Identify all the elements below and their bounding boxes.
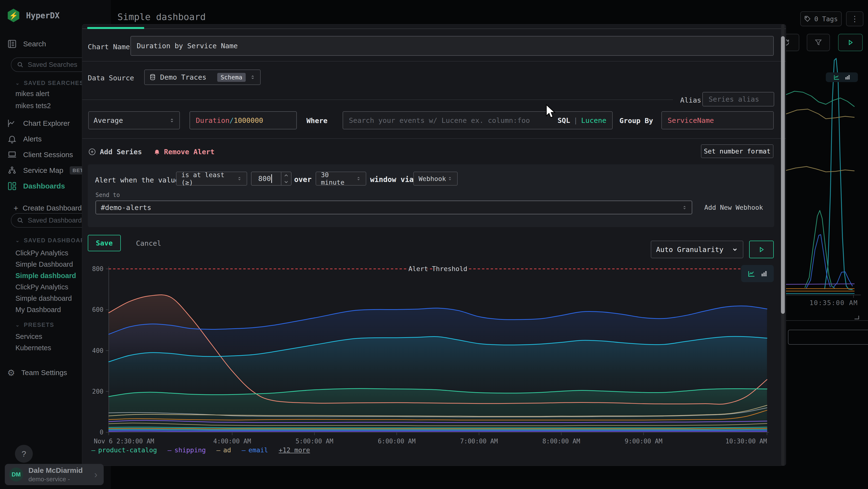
sidebar-item-dashboards[interactable]: Dashboards — [7, 180, 65, 192]
bell-icon — [7, 134, 17, 144]
legend-item[interactable]: —shipping — [167, 446, 206, 454]
filter-button[interactable] — [807, 34, 830, 51]
text-caret — [271, 174, 272, 183]
brand[interactable]: ⚡ HyperDX — [7, 10, 60, 21]
line-chart-icon — [748, 270, 755, 278]
play-icon — [758, 246, 765, 253]
group-by-input[interactable]: ServiceName — [661, 111, 774, 130]
saved-search-item[interactable]: mikes alert — [16, 90, 49, 98]
webhook-select[interactable]: #demo-alerts — [95, 201, 692, 214]
sidebar-item-client-sessions[interactable]: Client Sessions — [7, 149, 73, 161]
chevron-right-icon: › — [94, 469, 97, 480]
sidebar-item-service-map[interactable]: Service Map BETA — [7, 165, 90, 176]
granularity-select[interactable]: Auto Granularity — [651, 241, 743, 258]
avatar: DM — [9, 467, 23, 482]
chevron-down-icon: ⌄ — [16, 237, 20, 243]
field-token-slash: / — [229, 116, 234, 124]
bg-search-input[interactable] — [788, 330, 868, 345]
chart-type-toggle[interactable] — [741, 265, 774, 282]
dashboard-list-item[interactable]: ClickPy Analytics — [16, 249, 68, 257]
alert-bell-icon — [153, 148, 161, 156]
sidebar-item-team-settings[interactable]: ⚙ Team Settings — [7, 367, 67, 378]
alert-window-select[interactable]: 30 minute — [316, 172, 366, 185]
add-series-button[interactable]: Add Series — [88, 145, 142, 158]
svg-text:7:00:00 AM: 7:00:00 AM — [460, 438, 498, 445]
svg-text:800: 800 — [92, 265, 103, 272]
dashboards-icon — [7, 181, 17, 191]
modal-scrollbar-thumb[interactable] — [781, 36, 785, 314]
dashboard-list-item[interactable]: Simple dashboard — [16, 294, 72, 303]
add-new-webhook-button[interactable]: Add New Webhook — [704, 204, 763, 211]
section-divider — [82, 99, 673, 100]
tags-button[interactable]: 0 Tags — [800, 11, 842, 26]
legend-item[interactable]: —product-catalog — [91, 446, 157, 454]
bar-chart-icon — [845, 74, 850, 80]
legend-more-button[interactable]: +12 more — [279, 446, 310, 454]
legend-item[interactable]: —ad — [216, 446, 231, 454]
presets-heading[interactable]: ⌄ PRESETS — [16, 321, 54, 328]
create-dashboard-button[interactable]: + Create Dashboard — [13, 202, 82, 214]
user-card[interactable]: DM Dale McDiarmid demo-service - › — [5, 464, 104, 485]
brand-label: HyperDX — [26, 11, 60, 20]
lucene-toggle[interactable]: Lucene — [581, 116, 607, 124]
help-button[interactable]: ? — [15, 445, 33, 463]
more-menu-button[interactable]: ⋮ — [846, 11, 863, 26]
svg-text:4:00:00 AM: 4:00:00 AM — [213, 438, 251, 445]
run-query-button[interactable] — [838, 34, 863, 51]
saved-searches-heading[interactable]: ⌄ SAVED SEARCHES — [16, 80, 84, 86]
page-title: Simple dashboard — [117, 11, 206, 22]
dashboard-list-item[interactable]: ClickPy Analytics — [16, 283, 68, 291]
svg-text:Nov 6 2:30:00 AM: Nov 6 2:30:00 AM — [94, 438, 154, 445]
cancel-button[interactable]: Cancel — [136, 239, 161, 248]
where-placeholder: Search your events w/ Lucene ex. column:… — [349, 116, 557, 124]
alert-channel-select[interactable]: Webhook — [413, 172, 458, 185]
sidebar-item-chart-explorer[interactable]: Chart Explorer — [7, 118, 70, 129]
tag-icon — [804, 16, 811, 22]
duration-chart: 0200400600800Nov 6 2:30:00 AM4:00:00 AM5… — [82, 261, 786, 461]
bg-chart-type-toggle[interactable] — [826, 73, 858, 82]
svg-text:Alert Threshold: Alert Threshold — [408, 265, 467, 272]
chevron-down-icon: ⌄ — [16, 322, 20, 328]
saved-search-item[interactable]: mikes tets2 — [16, 102, 51, 110]
chevron-down-icon — [732, 247, 738, 253]
preset-item[interactable]: Kubernetes — [16, 344, 51, 352]
aggregation-select[interactable]: Average — [88, 111, 180, 130]
number-stepper[interactable] — [281, 172, 291, 185]
alias-label: Alias — [680, 96, 701, 104]
background-dashboard-chart: 10:35:00 AM — [786, 56, 868, 311]
field-token-denominator: 1000000 — [234, 116, 263, 124]
user-name: Dale McDiarmid — [28, 466, 83, 474]
preset-item[interactable]: Services — [16, 333, 42, 341]
mouse-cursor — [546, 104, 560, 120]
resize-handle-icon[interactable] — [855, 316, 859, 319]
data-source-select[interactable]: Demo Traces Schema — [144, 69, 261, 85]
dashboard-list-item[interactable]: My Dashboard — [16, 306, 61, 314]
legend-item[interactable]: —email — [242, 446, 268, 454]
dashboard-list-item[interactable]: Simple Dashboard — [16, 260, 73, 268]
chevron-updown-icon — [237, 176, 242, 181]
plus-icon: + — [13, 203, 18, 213]
chevron-updown-icon — [169, 117, 175, 123]
set-number-format-button[interactable]: Set number format — [701, 144, 774, 158]
alert-condition-select[interactable]: is at least (≥) — [176, 172, 247, 185]
modal-run-button[interactable] — [749, 241, 774, 258]
field-token-duration: Duration — [196, 116, 229, 124]
sidebar-item-search[interactable]: Search — [7, 38, 46, 50]
hyperdx-logo-icon: ⚡ — [7, 9, 20, 22]
active-tab-indicator[interactable] — [87, 27, 144, 29]
dashboard-list-item-active[interactable]: Simple dashboard — [16, 272, 76, 280]
tags-label: 0 Tags — [814, 15, 838, 23]
chart-name-input[interactable]: Duration by Service Name — [130, 36, 774, 56]
series-alias-input[interactable]: Series alias — [702, 92, 774, 107]
sidebar-item-label: Search — [23, 40, 46, 48]
save-button[interactable]: Save — [88, 235, 121, 251]
svg-text:200: 200 — [92, 388, 103, 395]
where-search-input[interactable]: Search your events w/ Lucene ex. column:… — [343, 111, 613, 130]
sidebar-item-alerts[interactable]: Alerts — [7, 133, 42, 145]
data-source-label: Data Source — [88, 74, 134, 82]
play-icon — [847, 39, 854, 46]
remove-alert-button[interactable]: Remove Alert — [153, 145, 215, 158]
database-icon — [150, 74, 156, 81]
alert-threshold-input[interactable]: 800 — [251, 172, 291, 185]
field-expression-input[interactable]: Duration/1000000 — [189, 111, 297, 130]
